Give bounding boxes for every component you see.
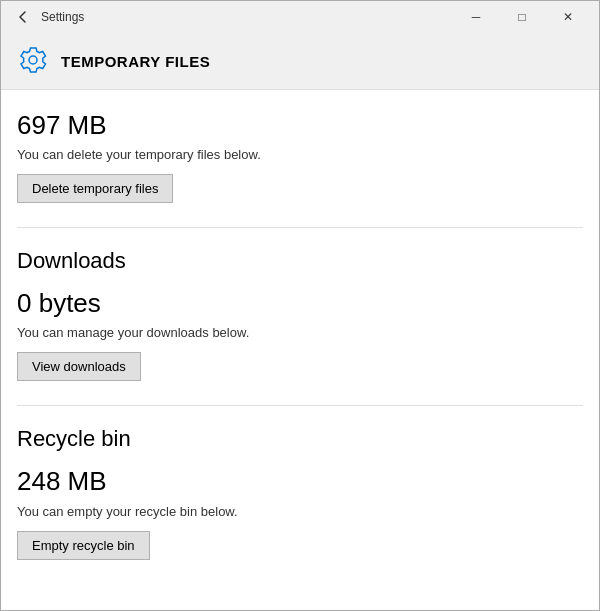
downloads-size: 0 bytes (17, 288, 583, 319)
content-area: 697 MB You can delete your temporary fil… (1, 90, 599, 610)
page-header: TEMPORARY FILES (1, 33, 599, 90)
maximize-button[interactable]: □ (499, 1, 545, 33)
recycle-bin-desc: You can empty your recycle bin below. (17, 504, 583, 519)
empty-recycle-bin-button[interactable]: Empty recycle bin (17, 531, 150, 560)
recycle-bin-size: 248 MB (17, 466, 583, 497)
recycle-bin-section: Recycle bin 248 MB You can empty your re… (17, 426, 583, 559)
view-downloads-button[interactable]: View downloads (17, 352, 141, 381)
svg-point-0 (29, 56, 37, 64)
delete-temp-files-button[interactable]: Delete temporary files (17, 174, 173, 203)
page-title: TEMPORARY FILES (61, 53, 210, 70)
temp-files-section: 697 MB You can delete your temporary fil… (17, 110, 583, 203)
recycle-bin-heading: Recycle bin (17, 426, 583, 452)
window-controls: ─ □ ✕ (453, 1, 591, 33)
settings-window: Settings ─ □ ✕ TEMPORARY FILES 697 MB Yo… (0, 0, 600, 611)
divider-1 (17, 227, 583, 228)
back-button[interactable] (9, 3, 37, 31)
downloads-heading: Downloads (17, 248, 583, 274)
window-title: Settings (37, 10, 453, 24)
downloads-section: Downloads 0 bytes You can manage your do… (17, 248, 583, 381)
close-button[interactable]: ✕ (545, 1, 591, 33)
title-bar: Settings ─ □ ✕ (1, 1, 599, 33)
divider-2 (17, 405, 583, 406)
temp-files-desc: You can delete your temporary files belo… (17, 147, 583, 162)
downloads-desc: You can manage your downloads below. (17, 325, 583, 340)
temp-files-size: 697 MB (17, 110, 583, 141)
minimize-button[interactable]: ─ (453, 1, 499, 33)
gear-icon (17, 45, 49, 77)
